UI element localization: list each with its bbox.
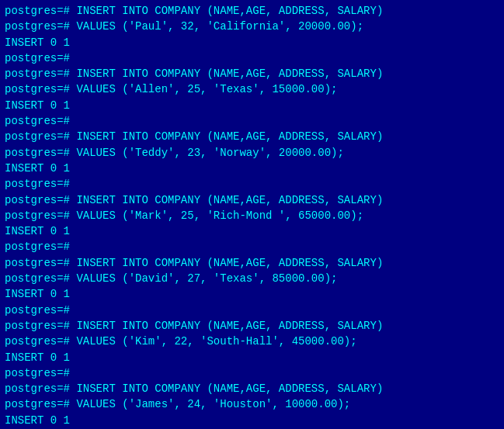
terminal-window: postgres=# INSERT INTO COMPANY (NAME,AGE… xyxy=(0,0,504,429)
terminal-line: postgres=# INSERT INTO COMPANY (NAME,AGE… xyxy=(5,381,499,396)
terminal-line: INSERT 0 1 xyxy=(5,413,499,428)
terminal-line: postgres=# INSERT INTO COMPANY (NAME,AGE… xyxy=(5,318,499,334)
terminal-line: postgres=# VALUES ('David', 27, 'Texas',… xyxy=(5,271,499,286)
terminal-line: postgres=# INSERT INTO COMPANY (NAME,AGE… xyxy=(5,255,499,271)
terminal-line: INSERT 0 1 xyxy=(5,35,499,50)
terminal-line: postgres=# xyxy=(5,303,499,318)
terminal-line: postgres=# INSERT INTO COMPANY (NAME,AGE… xyxy=(5,129,499,144)
terminal-line: postgres=# VALUES ('Teddy', 23, 'Norway'… xyxy=(5,145,499,161)
terminal-line: postgres=# VALUES ('Allen', 25, 'Texas',… xyxy=(5,81,499,97)
terminal-line: postgres=# xyxy=(5,176,499,192)
terminal-line: INSERT 0 1 xyxy=(5,350,499,365)
terminal-line: postgres=# INSERT INTO COMPANY (NAME,AGE… xyxy=(5,3,499,19)
terminal-line: postgres=# xyxy=(5,113,499,129)
terminal-line: INSERT 0 1 xyxy=(5,223,499,239)
terminal-line: postgres=# VALUES ('Paul', 32, 'Californ… xyxy=(5,19,499,34)
terminal-line: postgres=# xyxy=(5,50,499,66)
terminal-line: postgres=# VALUES ('Kim', 22, 'South-Hal… xyxy=(5,334,499,349)
terminal-line: postgres=# INSERT INTO COMPANY (NAME,AGE… xyxy=(5,192,499,208)
terminal-line: INSERT 0 1 xyxy=(5,161,499,176)
terminal-line: postgres=# VALUES ('Mark', 25, 'Rich-Mon… xyxy=(5,208,499,223)
terminal-line: postgres=# xyxy=(5,365,499,381)
terminal-line: postgres=# VALUES ('James', 24, 'Houston… xyxy=(5,396,499,412)
terminal-line: postgres=# INSERT INTO COMPANY (NAME,AGE… xyxy=(5,66,499,81)
terminal-line: postgres=# xyxy=(5,239,499,254)
terminal-line: INSERT 0 1 xyxy=(5,98,499,113)
terminal-line: INSERT 0 1 xyxy=(5,286,499,302)
